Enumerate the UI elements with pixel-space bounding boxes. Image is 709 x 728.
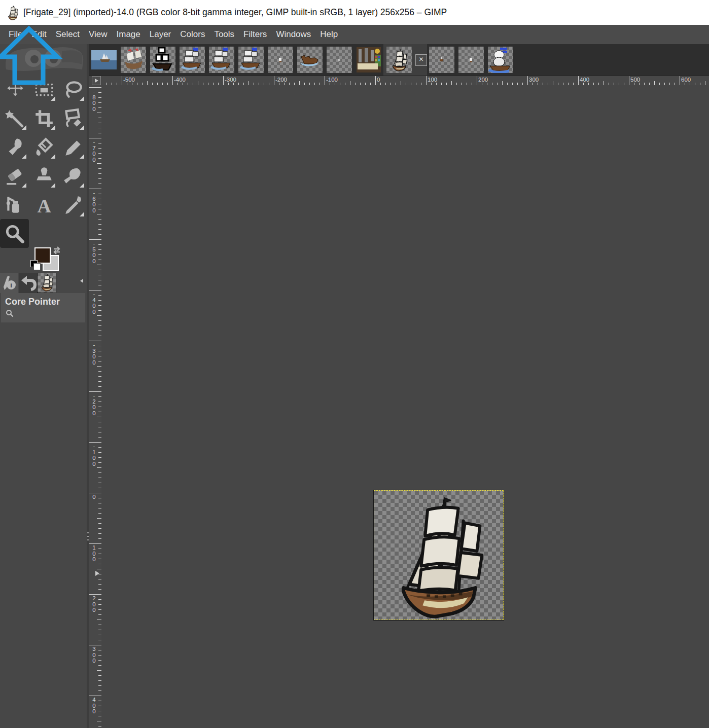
svg-text:i: i <box>10 281 12 289</box>
frigate-thumbnail[interactable] <box>386 47 412 73</box>
pencil-tool[interactable] <box>58 132 87 161</box>
image-tab-tiny-sprite-4[interactable] <box>456 44 486 76</box>
v-ruler-label: - 3 0 0 <box>91 342 97 366</box>
pixel-ship-blue-2-thumbnail[interactable] <box>488 47 513 73</box>
canvas[interactable] <box>101 85 709 728</box>
vertical-ruler[interactable]: - 8 0 0- 7 0 0- 6 0 0- 5 0 0- 4 0 0- 3 0… <box>89 85 101 728</box>
h-ruler-label: -400 <box>174 77 186 83</box>
menu-colors[interactable]: Colors <box>175 25 209 44</box>
tiny-sprite-brown-thumbnail[interactable] <box>429 47 454 73</box>
horizontal-ruler[interactable]: -500-400-300-200-1000100200300400500600 <box>101 76 709 85</box>
tool-grid: A <box>0 75 87 248</box>
zoom-tool[interactable] <box>0 219 29 248</box>
left-triangle-icon <box>79 278 85 284</box>
image-tab-pixel-ship-bw[interactable] <box>148 44 178 76</box>
device-status-tab[interactable]: i <box>0 273 18 293</box>
image-layer-boundary[interactable] <box>374 490 504 620</box>
galleon-red-flags-thumbnail[interactable] <box>121 47 146 73</box>
device-name: Core Pointer <box>5 297 85 307</box>
paintbrush-tool[interactable] <box>0 132 29 161</box>
airbrush-tool[interactable] <box>0 190 29 219</box>
pointer-position-marker <box>95 571 99 576</box>
menu-filters[interactable]: Filters <box>239 25 271 44</box>
menu-select[interactable]: Select <box>51 25 84 44</box>
h-ruler-label: 300 <box>529 77 539 83</box>
text-tool[interactable]: A <box>29 190 58 219</box>
bucket-fill-tool[interactable] <box>29 132 58 161</box>
v-ruler-label: - 6 0 0 <box>91 190 97 213</box>
undo-history-tab[interactable] <box>19 273 37 293</box>
smudge-icon <box>62 165 83 187</box>
pixel-ship-bw-thumbnail[interactable] <box>150 47 175 73</box>
pixel-ship-blue-thumbnail[interactable] <box>180 47 205 73</box>
menu-tools[interactable]: Tools <box>209 25 239 44</box>
image-tab-tiny-sprite-2[interactable] <box>325 44 354 76</box>
color-picker-tool[interactable] <box>58 190 87 219</box>
gimp-window: [Frigate_29] (imported)-14.0 (RGB color … <box>0 0 709 728</box>
eraser-tool[interactable] <box>0 161 29 190</box>
pencil-icon <box>62 136 83 158</box>
bucket-fill-icon <box>33 136 54 158</box>
v-ruler-label: 4 0 0 <box>91 697 97 715</box>
image-tab-galleon[interactable] <box>119 44 148 76</box>
ship-hull-thumbnail[interactable] <box>297 47 323 73</box>
image-tab-sea-photo[interactable] <box>89 44 119 76</box>
svg-text:A: A <box>37 195 51 215</box>
interior-scene-thumbnail[interactable] <box>356 47 381 73</box>
rectangle-select-tool[interactable] <box>29 75 58 103</box>
fuzzy-select-tool[interactable] <box>0 103 29 132</box>
menu-image[interactable]: Image <box>112 25 145 44</box>
crop-icon <box>33 107 54 129</box>
image-tab-frigate-active[interactable]: ✕ <box>383 44 427 76</box>
image-tab-pixel-ship-blue-2[interactable] <box>207 44 236 76</box>
default-colors-icon[interactable] <box>33 263 41 270</box>
v-ruler-label: 0 <box>91 494 97 500</box>
zoom-icon <box>4 223 25 244</box>
frigate-image <box>374 491 503 620</box>
h-ruler-label: -100 <box>326 77 338 83</box>
v-ruler-label: 2 0 0 <box>91 596 97 613</box>
v-ruler-label: - 7 0 0 <box>91 139 97 163</box>
image-tab-ship-hull[interactable] <box>295 44 325 76</box>
tiny-sprite-faint-thumbnail[interactable] <box>327 47 352 73</box>
image-tab-tiny-sprite-3[interactable] <box>427 44 456 76</box>
fuzzy-select-icon <box>4 107 25 129</box>
rotate-tool[interactable] <box>58 103 87 132</box>
move-tool[interactable] <box>0 75 29 103</box>
h-ruler-label: 200 <box>478 77 488 83</box>
tiny-sprite-thumbnail[interactable] <box>268 47 293 73</box>
image-tab-interior-scene[interactable] <box>354 44 383 76</box>
ruler-corner-button[interactable] <box>92 76 101 85</box>
sea-photo-thumbnail[interactable] <box>91 47 117 73</box>
h-ruler-label: -300 <box>225 77 236 83</box>
tiny-sprite-thumbnail[interactable] <box>458 47 484 73</box>
image-tab-pixel-ship-blue-3[interactable] <box>236 44 266 76</box>
image-tab-pixel-ship-blue-4[interactable] <box>486 44 515 76</box>
swap-colors-icon[interactable] <box>52 246 62 255</box>
title-bar: [Frigate_29] (imported)-14.0 (RGB color … <box>0 0 709 25</box>
smudge-tool[interactable] <box>58 161 87 190</box>
close-image-button[interactable]: ✕ <box>415 54 427 66</box>
clone-tool[interactable] <box>29 161 58 190</box>
free-select-tool[interactable] <box>58 75 87 103</box>
menu-file[interactable]: File <box>4 25 27 44</box>
crop-tool[interactable] <box>29 103 58 132</box>
menu-view[interactable]: View <box>84 25 112 44</box>
h-ruler-label: 400 <box>580 77 589 83</box>
menu-layer[interactable]: Layer <box>145 25 176 44</box>
device-tool-zoom-icon[interactable] <box>5 309 85 320</box>
pixel-ship-blue-thumbnail[interactable] <box>238 47 264 73</box>
divider-grip[interactable] <box>87 532 89 541</box>
menu-windows[interactable]: Windows <box>271 25 315 44</box>
image-tab-pixel-ship-blue-1[interactable] <box>178 44 207 76</box>
v-ruler-label: - 8 0 0 <box>91 89 97 112</box>
image-preview-tab[interactable] <box>38 273 56 293</box>
v-ruler-label: - 4 0 0 <box>91 292 97 315</box>
image-tab-tiny-sprite-1[interactable] <box>266 44 295 76</box>
dock-collapse-button[interactable] <box>78 277 85 284</box>
rotate-icon <box>62 107 83 129</box>
pixel-ship-blue-thumbnail[interactable] <box>209 47 234 73</box>
h-ruler-label: 500 <box>630 77 640 83</box>
menu-help[interactable]: Help <box>315 25 342 44</box>
menu-edit[interactable]: Edit <box>27 25 51 44</box>
